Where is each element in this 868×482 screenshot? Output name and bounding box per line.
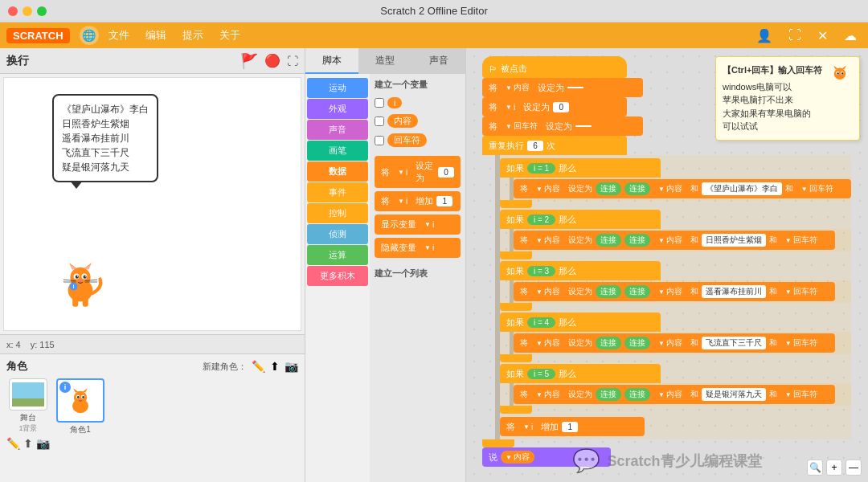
var-checkbox-content[interactable]	[375, 116, 384, 126]
maximize-button[interactable]	[37, 6, 47, 16]
window-title: Scratch 2 Offline Editor	[380, 5, 487, 17]
menu-tips[interactable]: 提示	[176, 25, 210, 46]
close-button[interactable]	[8, 6, 18, 16]
green-flag-button[interactable]: 🚩	[240, 52, 258, 70]
if-5-body: 将 内容 设定为 连接 连接 内容 和 疑是银河落九天 和 回车符	[510, 383, 851, 406]
cat-motion[interactable]: 运动	[307, 78, 368, 98]
block-if-3[interactable]: 如果 i = 3 那么	[500, 261, 661, 280]
block-when-flag[interactable]: 🏳 被点击	[482, 56, 627, 78]
input-0: 0	[553, 102, 569, 112]
var-c9: 内容	[531, 388, 565, 401]
join6: 连接	[624, 285, 650, 298]
block-repeat[interactable]: 重复执行 6 次	[482, 136, 627, 155]
actor-controls: 新建角色： ✏️ ⬆ 📷	[203, 360, 298, 373]
block-set-i-0[interactable]: 将 i 设定为 0	[482, 97, 627, 116]
stage-paint-icon[interactable]: ✏️	[6, 437, 20, 450]
block-if-5[interactable]: 如果 i = 5 那么	[500, 364, 661, 383]
camera-icon[interactable]: 📷	[285, 360, 298, 373]
note-line-4: 可以试试	[723, 120, 853, 133]
cond-3: i = 3	[527, 266, 555, 276]
svg-point-12	[79, 280, 82, 282]
menu-file[interactable]: 文件	[102, 25, 136, 46]
upload-icon[interactable]: ⬆	[270, 360, 280, 373]
menu-bar-right: 👤 ⛶ ✕ ☁	[751, 27, 862, 45]
paint-icon[interactable]: ✏️	[252, 360, 265, 373]
svg-point-31	[80, 399, 82, 401]
block-if-4[interactable]: 如果 i = 4 那么	[500, 312, 661, 332]
stage-upload-icon[interactable]: ⬆	[23, 437, 33, 450]
fullscreen-icon[interactable]: ⛶	[784, 27, 806, 44]
block-inc-i[interactable]: 将 i 增加 1	[500, 417, 645, 436]
cat-control[interactable]: 控制	[307, 203, 368, 223]
svg-rect-22	[12, 398, 44, 406]
value-0: 0	[438, 167, 454, 178]
block-action-5[interactable]: 将 内容 设定为 连接 连接 内容 和 疑是银河落九天 和 回车符	[514, 385, 835, 404]
close-icon[interactable]: ✕	[813, 27, 833, 45]
actor-list: 舞台 1背景 ✏️ ⬆ 📷 i	[6, 378, 298, 450]
var-c1: 内容	[531, 182, 565, 195]
repeat-body: 如果 i = 1 那么 将 内容 设定为 连接 连接 内容 和 《望庐山瀑布》李…	[495, 155, 851, 439]
y-coord: y: 115	[31, 340, 55, 349]
cat-pen[interactable]: 画笔	[307, 141, 368, 161]
scratch-logo: SCRATCH	[6, 28, 70, 43]
block-action-2[interactable]: 将 内容 设定为 连接 连接 内容 和 日照香炉生紫烟 和 回车符	[514, 231, 835, 250]
tab-costumes[interactable]: 造型	[358, 48, 411, 74]
var-badge-i: i	[387, 97, 402, 108]
block-show-i[interactable]: 显示变量 i	[375, 214, 461, 235]
stop-button[interactable]: 🔴	[264, 53, 280, 68]
block-if-1[interactable]: 如果 i = 1 那么	[500, 158, 661, 178]
svg-point-37	[837, 72, 838, 74]
cat-looks[interactable]: 外观	[307, 99, 368, 119]
var-content-1: 内容	[501, 81, 534, 94]
svg-point-38	[841, 72, 843, 74]
stage-label: 舞台	[20, 412, 36, 423]
join3: 连接	[596, 234, 621, 247]
cat-sensing[interactable]: 侦测	[307, 224, 368, 244]
if-4-wrapper: 如果 i = 4 那么 将 内容 设定为 连接 连接 内容 和 飞流直下三千尺 …	[500, 312, 851, 362]
main-area: 换行 🚩 🔴 ⛶ 《望庐山瀑布》李白 日照香炉生紫烟 遥看瀑布挂前川 飞流直下三…	[0, 48, 868, 482]
minimize-button[interactable]	[23, 6, 32, 16]
svg-point-9	[84, 276, 87, 279]
block-action-1[interactable]: 将 内容 设定为 连接 连接 内容 和 《望庐山瀑布》李白 和 回车符	[514, 179, 851, 198]
zoom-plus[interactable]: +	[826, 460, 842, 476]
cloud-icon[interactable]: ☁	[839, 27, 862, 45]
var-checkbox-carriage[interactable]	[375, 136, 384, 145]
stage-section[interactable]: 舞台 1背景 ✏️ ⬆ 📷	[6, 378, 50, 450]
tab-sounds[interactable]: 声音	[412, 48, 465, 74]
block-change-i[interactable]: 将 i 增加 1	[375, 191, 461, 211]
var-c4: 内容	[653, 234, 687, 247]
user-icon[interactable]: 👤	[751, 27, 777, 45]
block-hide-i[interactable]: 隐藏变量 i	[375, 238, 461, 258]
green-flag-icon: 🏳	[489, 64, 497, 74]
block-action-4[interactable]: 将 内容 设定为 连接 连接 内容 和 飞流直下三千尺 和 回车符	[514, 333, 835, 353]
block-set-carriage[interactable]: 将 回车符 设定为	[482, 116, 643, 136]
svg-marker-33	[833, 65, 838, 69]
actor-item[interactable]: i 角	[56, 378, 104, 435]
svg-text:i: i	[73, 284, 75, 289]
block-set-content[interactable]: 将 内容 设定为	[482, 78, 643, 97]
zoom-minus[interactable]: —	[845, 460, 862, 476]
cat-data[interactable]: 数据	[307, 161, 368, 182]
cond-2: i = 2	[527, 214, 555, 225]
cat-sprite: i	[52, 254, 108, 310]
cat-events[interactable]: 事件	[307, 182, 368, 202]
cat-operators[interactable]: 运算	[307, 245, 368, 265]
cat-more[interactable]: 更多积木	[307, 266, 368, 286]
var-checkbox-i[interactable]	[375, 98, 384, 108]
stage-fullscreen-button[interactable]: ⛶	[287, 55, 298, 67]
tab-scripts[interactable]: 脚本	[305, 48, 358, 74]
block-set-i[interactable]: 将 i 设定为 0	[375, 156, 461, 188]
scripts-area[interactable]: 🏳 被点击 将 内容 设定为 将 i 设定为 0 将 回车符 设定为	[466, 48, 868, 482]
if-1-body: 将 内容 设定为 连接 连接 内容 和 《望庐山瀑布》李白 和 回车符	[510, 178, 851, 200]
menu-edit[interactable]: 编辑	[139, 25, 173, 46]
stage-sub: 1背景	[18, 423, 37, 434]
globe-icon[interactable]: 🌐	[80, 26, 99, 45]
if-3-body: 将 内容 设定为 连接 连接 内容 和 遥看瀑布挂前川 和 回车符	[510, 280, 851, 303]
block-if-2[interactable]: 如果 i = 2 那么	[500, 210, 661, 229]
stage-camera-icon[interactable]: 📷	[36, 437, 50, 450]
var-c2: 内容	[653, 182, 687, 195]
zoom-magnify[interactable]: 🔍	[807, 460, 823, 476]
block-action-3[interactable]: 将 内容 设定为 连接 连接 内容 和 遥看瀑布挂前川 和 回车符	[514, 282, 835, 301]
cat-sound[interactable]: 声音	[307, 120, 368, 140]
menu-about[interactable]: 关于	[213, 25, 247, 46]
